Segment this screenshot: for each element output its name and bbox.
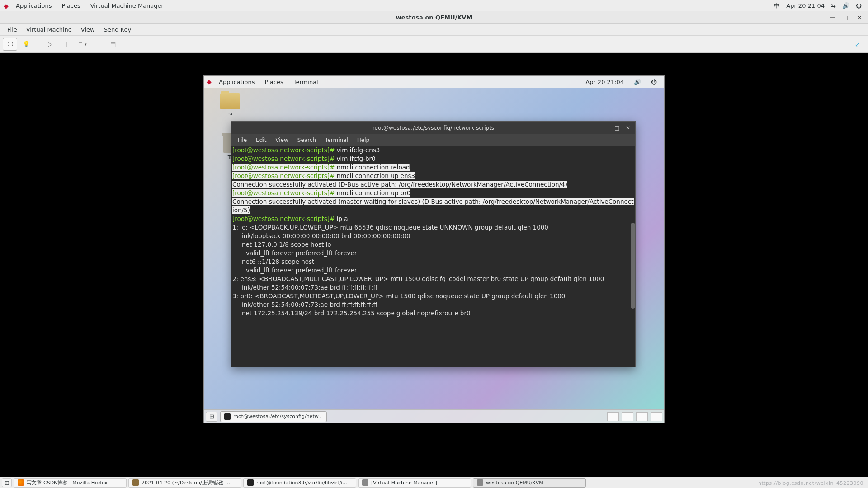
guest-desktop: ◆ Applications Places Terminal Apr 20 21… xyxy=(203,75,665,423)
separator xyxy=(38,38,38,50)
redhat-icon: ◆ xyxy=(4,2,9,9)
redhat-icon: ◆ xyxy=(207,78,212,85)
term-menu-file[interactable]: File xyxy=(233,137,251,143)
terminal-minimize-button[interactable]: — xyxy=(601,124,612,132)
guest-menu-terminal[interactable]: Terminal xyxy=(289,79,323,85)
watermark: https://blog.csdn.net/weixin_45223090 xyxy=(758,480,863,486)
show-desktop-button[interactable]: ⊞ xyxy=(2,478,12,487)
shutdown-button[interactable]: □▾ xyxy=(75,38,96,51)
show-desktop-button[interactable]: ⊞ xyxy=(206,412,217,422)
run-button[interactable]: ▷ xyxy=(43,38,57,51)
minimize-button[interactable]: — xyxy=(826,14,838,22)
vm-display-area[interactable]: ◆ Applications Places Terminal Apr 20 21… xyxy=(0,53,868,477)
term-menu-help[interactable]: Help xyxy=(353,137,374,143)
power-icon[interactable]: ⏻ xyxy=(853,2,864,9)
guest-desktop-area[interactable]: ro Tr root@westosa:/etc/sysconfig/networ… xyxy=(204,88,664,409)
close-button[interactable]: ✕ xyxy=(854,14,865,22)
folder-label: ro xyxy=(217,111,242,117)
workspace-4[interactable] xyxy=(651,412,662,421)
guest-clock: Apr 20 21:04 xyxy=(581,79,628,85)
volume-icon[interactable]: 🔊 xyxy=(629,79,646,85)
folder-icon xyxy=(220,93,240,109)
power-icon[interactable]: ⏻ xyxy=(646,79,661,85)
taskbar-item-editor[interactable]: 2021-04-20 (~/Desktop/上课笔记) ... xyxy=(128,478,241,488)
taskbar-item-label: westosa on QEMU/KVM xyxy=(486,480,543,486)
pause-button[interactable]: ‖ xyxy=(59,38,74,51)
vmm-icon xyxy=(362,479,368,486)
vmm-titlebar[interactable]: westosa on QEMU/KVM — □ ✕ xyxy=(0,11,868,24)
terminal-scrollbar[interactable] xyxy=(631,223,635,309)
taskbar-item-westosa[interactable]: westosa on QEMU/KVM xyxy=(473,478,586,488)
terminal-icon xyxy=(247,479,254,486)
details-button[interactable]: 💡 xyxy=(19,38,33,51)
terminal-body[interactable]: [root@westosa network-scripts]# vim ifcf… xyxy=(231,146,635,367)
terminal-close-button[interactable]: ✕ xyxy=(623,124,633,132)
workspace-2[interactable] xyxy=(622,412,633,421)
fullscreen-icon: ⤢ xyxy=(855,41,860,48)
menu-applications[interactable]: Applications xyxy=(11,0,56,11)
vmm-icon xyxy=(477,479,483,486)
terminal-window: root@westosa:/etc/sysconfig/network-scri… xyxy=(231,121,636,367)
grid-icon: ⊞ xyxy=(209,413,214,420)
vmm-toolbar: 🖵 💡 ▷ ‖ □▾ ▤ ⤢ xyxy=(0,36,868,53)
separator xyxy=(101,38,101,50)
menu-view[interactable]: View xyxy=(76,24,99,35)
term-menu-view[interactable]: View xyxy=(271,137,292,143)
bulb-icon: 💡 xyxy=(23,41,30,47)
terminal-titlebar[interactable]: root@westosa:/etc/sysconfig/network-scri… xyxy=(231,122,635,134)
monitor-icon: 🖵 xyxy=(7,41,13,47)
editor-icon xyxy=(132,479,139,486)
grid-icon: ⊞ xyxy=(5,479,9,486)
guest-top-panel: ◆ Applications Places Terminal Apr 20 21… xyxy=(204,76,664,88)
vmm-menubar: File Virtual Machine View Send Key xyxy=(0,24,868,36)
taskbar-item-label: 写文章-CSDN博客 - Mozilla Firefox xyxy=(27,479,108,486)
guest-taskbar: ⊞ root@westosa:/etc/sysconfig/netw... xyxy=(204,409,664,423)
taskbar-item-terminal[interactable]: root@westosa:/etc/sysconfig/netw... xyxy=(220,411,327,422)
maximize-button[interactable]: □ xyxy=(840,14,852,22)
snapshot-button[interactable]: ▤ xyxy=(106,38,120,51)
terminal-output: [root@westosa network-scripts]# vim ifcf… xyxy=(231,146,635,318)
taskbar-item-label: [Virtual Machine Manager] xyxy=(371,480,437,486)
taskbar-item-vmm[interactable]: [Virtual Machine Manager] xyxy=(358,478,471,488)
network-icon[interactable]: ⇆ xyxy=(828,2,839,9)
menu-virtual-machine[interactable]: Virtual Machine xyxy=(22,24,76,35)
guest-menu-places[interactable]: Places xyxy=(260,79,288,85)
console-button[interactable]: 🖵 xyxy=(3,38,17,51)
menu-vmm[interactable]: Virtual Machine Manager xyxy=(86,0,168,11)
taskbar-item-firefox[interactable]: 写文章-CSDN博客 - Mozilla Firefox xyxy=(14,478,127,488)
taskbar-item-label: root@foundation39:/var/lib/libvirt/i... xyxy=(256,480,347,486)
terminal-title: root@westosa:/etc/sysconfig/network-scri… xyxy=(373,125,494,131)
fullscreen-button[interactable]: ⤢ xyxy=(850,38,864,51)
terminal-icon xyxy=(224,413,231,420)
term-menu-edit[interactable]: Edit xyxy=(251,137,271,143)
play-icon: ▷ xyxy=(48,41,52,47)
ime-indicator[interactable]: 中 xyxy=(771,2,783,10)
menu-send-key[interactable]: Send Key xyxy=(99,24,136,35)
terminal-maximize-button[interactable]: □ xyxy=(612,124,623,132)
volume-icon[interactable]: 🔊 xyxy=(840,2,852,9)
vmm-window: westosa on QEMU/KVM — □ ✕ File Virtual M… xyxy=(0,11,868,477)
menu-places[interactable]: Places xyxy=(57,0,85,11)
guest-menu-applications[interactable]: Applications xyxy=(214,79,259,85)
workspace-1[interactable] xyxy=(607,412,619,421)
term-menu-search[interactable]: Search xyxy=(293,137,321,143)
firefox-icon xyxy=(18,479,24,486)
desktop-folder[interactable]: ro xyxy=(217,93,242,117)
workspace-3[interactable] xyxy=(636,412,648,421)
taskbar-item-label: root@westosa:/etc/sysconfig/netw... xyxy=(233,413,323,419)
terminal-menubar: File Edit View Search Terminal Help xyxy=(231,134,635,146)
pause-icon: ‖ xyxy=(65,41,68,47)
vmm-title: westosa on QEMU/KVM xyxy=(396,14,472,21)
snapshot-icon: ▤ xyxy=(110,41,116,47)
stop-icon: □ xyxy=(79,41,82,47)
menu-file[interactable]: File xyxy=(3,24,22,35)
term-menu-terminal[interactable]: Terminal xyxy=(321,137,353,143)
taskbar-item-label: 2021-04-20 (~/Desktop/上课笔记) ... xyxy=(142,479,230,486)
chevron-down-icon: ▾ xyxy=(85,42,87,47)
host-top-panel: ◆ Applications Places Virtual Machine Ma… xyxy=(0,0,868,11)
clock: Apr 20 21:04 xyxy=(783,2,827,9)
host-taskbar: ⊞ 写文章-CSDN博客 - Mozilla Firefox 2021-04-2… xyxy=(0,477,868,488)
taskbar-item-terminal[interactable]: root@foundation39:/var/lib/libvirt/i... xyxy=(243,478,356,488)
